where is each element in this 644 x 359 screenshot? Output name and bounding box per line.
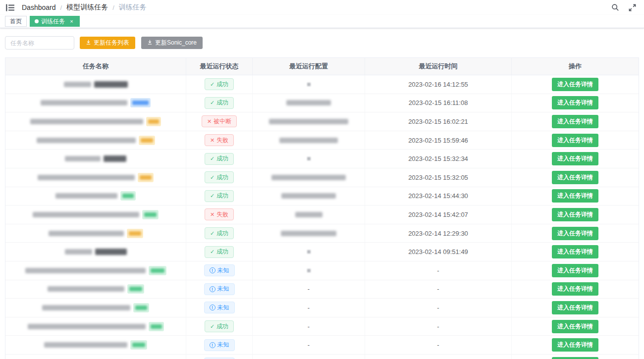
actions-cell: 进入任务详情 [512, 224, 639, 243]
run-config-cell [253, 75, 365, 94]
run-time-value: - [437, 323, 439, 330]
task-name-cell [5, 205, 186, 224]
tab-training-tasks[interactable]: 训练任务 × [30, 16, 80, 27]
table-row: !未知--进入任务详情 [5, 280, 639, 299]
enter-task-detail-button[interactable]: 进入任务详情 [552, 282, 598, 296]
task-name-cell [5, 112, 186, 131]
status-label: 成功 [216, 173, 228, 182]
update-task-list-button[interactable]: 更新任务列表 [80, 37, 135, 49]
status-badge-interrupted: ✕被中断 [202, 115, 237, 127]
enter-task-detail-button[interactable]: 进入任务详情 [552, 189, 598, 203]
breadcrumb-model-training[interactable]: 模型训练任务 [66, 3, 108, 12]
update-sonic-core-button[interactable]: 更新Sonic_core [141, 37, 203, 49]
table-row: ✓成功2023-02-14 09:51:49进入任务详情 [5, 243, 639, 261]
redacted-task-name [104, 155, 126, 162]
run-time-cell: 2023-02-15 15:32:05 [365, 168, 512, 187]
run-time-cell: - [365, 336, 512, 354]
task-name-cell [5, 131, 186, 150]
redacted-task-name [38, 175, 135, 180]
run-time-cell: - [365, 355, 512, 359]
task-name-search-input[interactable] [5, 36, 74, 50]
status-label: 成功 [216, 322, 228, 331]
table-row: ✓成功--进入任务详情 [5, 317, 639, 336]
active-tab-dot [35, 19, 39, 23]
status-badge-success: ✓成功 [205, 227, 234, 239]
task-name-cell [5, 187, 186, 205]
actions-cell: 进入任务详情 [512, 243, 639, 261]
task-name-cell [5, 355, 186, 359]
run-time-value: 2023-02-14 15:44:30 [408, 192, 468, 200]
x-icon: ✕ [207, 118, 212, 125]
actions-cell: 进入任务详情 [512, 355, 639, 359]
status-badge-unknown: !未知 [204, 283, 235, 295]
enter-task-detail-button[interactable]: 进入任务详情 [552, 78, 598, 91]
info-circle-icon: ! [210, 286, 215, 292]
top-navbar: Dashboard / 模型训练任务 / 训练任务 [0, 0, 644, 15]
run-config-cell [253, 150, 365, 168]
check-icon: ✓ [210, 81, 215, 88]
tab-close-icon[interactable]: × [68, 18, 75, 25]
actions-cell: 进入任务详情 [512, 317, 639, 336]
green-tag [142, 210, 159, 219]
tab-home[interactable]: 首页 [5, 16, 27, 27]
breadcrumb-dashboard[interactable]: Dashboard [22, 3, 56, 11]
enter-task-detail-button[interactable]: 进入任务详情 [552, 264, 598, 277]
sidebar-toggle-icon[interactable] [5, 2, 15, 12]
status-label: 未知 [217, 304, 229, 312]
search-icon[interactable] [610, 2, 620, 12]
run-time-value: 2023-02-15 15:32:34 [408, 155, 468, 162]
status-badge-unknown: !未知 [204, 302, 235, 313]
config-empty-dash: - [308, 323, 310, 330]
status-badge-success: ✓成功 [205, 97, 234, 109]
redacted-task-name [64, 82, 91, 87]
run-time-value: - [437, 267, 439, 274]
enter-task-detail-button[interactable]: 进入任务详情 [552, 208, 598, 221]
breadcrumb-separator: / [60, 4, 62, 11]
update-sonic-core-label: 更新Sonic_core [155, 39, 197, 47]
run-status-cell: ✕失败 [186, 205, 253, 224]
check-icon: ✓ [210, 230, 215, 237]
enter-task-detail-button[interactable]: 进入任务详情 [552, 320, 598, 333]
table-row: !未知--进入任务详情 [5, 355, 639, 359]
table-row: ✓成功2023-02-16 14:12:55进入任务详情 [5, 75, 639, 94]
task-name-cell [5, 224, 186, 243]
run-time-cell: - [365, 280, 512, 299]
redacted-task-name [25, 268, 146, 273]
status-label: 失败 [216, 210, 228, 219]
run-status-cell: ✓成功 [186, 168, 253, 187]
table-header-row: 任务名称 最近运行状态 最近运行配置 最近运行时间 操作 [5, 58, 639, 75]
actions-cell: 进入任务详情 [512, 187, 639, 205]
redacted-tag-text [151, 268, 164, 273]
enter-task-detail-button[interactable]: 进入任务详情 [552, 171, 598, 184]
actions-cell: 进入任务详情 [512, 205, 639, 224]
run-config-cell [253, 168, 365, 187]
update-task-list-label: 更新任务列表 [94, 39, 129, 47]
redacted-tag-text [122, 194, 134, 198]
enter-task-detail-button[interactable]: 进入任务详情 [552, 134, 598, 147]
run-time-cell: 2023-02-14 15:44:30 [365, 187, 512, 205]
run-time-value: 2023-02-14 12:29:30 [408, 230, 468, 237]
task-name-cell [5, 75, 186, 94]
yellow-tag [146, 117, 161, 126]
actions-cell: 进入任务详情 [512, 299, 639, 317]
enter-task-detail-button[interactable]: 进入任务详情 [552, 301, 598, 314]
status-badge-success: ✓成功 [205, 153, 234, 165]
main-content: 更新任务列表 更新Sonic_core 任务名称 最近运行状态 最近运行配置 最… [0, 28, 644, 359]
enter-task-detail-button[interactable]: 进入任务详情 [552, 357, 598, 359]
status-badge-failed: ✕失败 [205, 134, 234, 146]
status-badge-unknown: !未知 [204, 264, 235, 276]
breadcrumb: Dashboard / 模型训练任务 / 训练任务 [22, 3, 147, 12]
actions-cell: 进入任务详情 [512, 280, 639, 299]
enter-task-detail-button[interactable]: 进入任务详情 [552, 245, 598, 258]
actions-cell: 进入任务详情 [512, 336, 639, 354]
x-icon: ✕ [210, 137, 215, 144]
enter-task-detail-button[interactable]: 进入任务详情 [552, 96, 598, 109]
breadcrumb-current: 训练任务 [119, 3, 147, 12]
enter-task-detail-button[interactable]: 进入任务详情 [552, 227, 598, 240]
table-row: ✓成功2023-02-15 16:11:08进入任务详情 [5, 94, 639, 113]
fullscreen-icon[interactable] [627, 2, 637, 12]
enter-task-detail-button[interactable]: 进入任务详情 [552, 115, 598, 128]
enter-task-detail-button[interactable]: 进入任务详情 [552, 338, 598, 352]
status-badge-success: ✓成功 [205, 190, 234, 202]
enter-task-detail-button[interactable]: 进入任务详情 [552, 152, 598, 165]
